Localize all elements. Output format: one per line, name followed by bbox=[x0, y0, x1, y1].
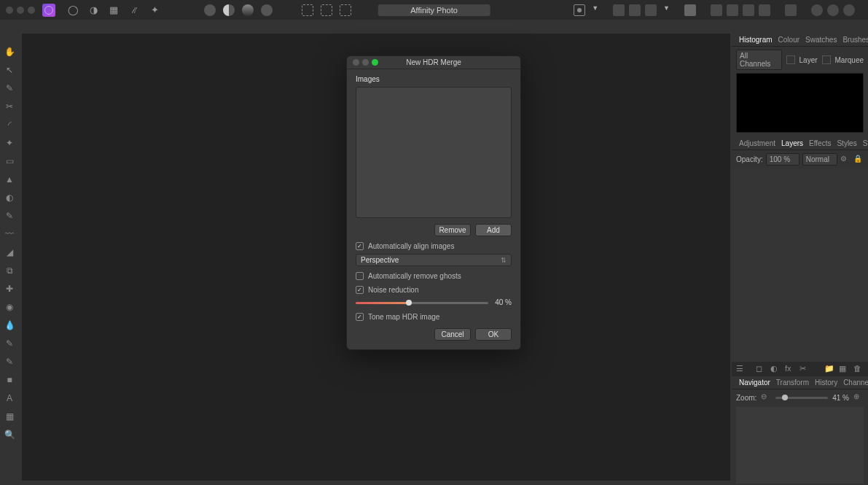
fx-icon[interactable]: fx bbox=[785, 364, 795, 374]
noise-checkbox[interactable] bbox=[356, 286, 364, 294]
dialog-maximize-icon[interactable] bbox=[372, 59, 378, 66]
mesh-tool-icon[interactable]: ▦ bbox=[3, 410, 16, 423]
align-checkbox[interactable] bbox=[356, 242, 364, 250]
sponge-tool-icon[interactable]: ✎ bbox=[3, 355, 16, 368]
dialog-close-icon[interactable] bbox=[353, 59, 359, 66]
snap2-icon[interactable] bbox=[629, 4, 641, 16]
liquify-persona-icon[interactable]: ◑ bbox=[87, 4, 99, 16]
heal-tool-icon[interactable]: ✚ bbox=[3, 282, 16, 295]
eraser-tool-icon[interactable]: ◢ bbox=[3, 246, 16, 259]
arrange-forward-icon[interactable] bbox=[743, 4, 754, 16]
zoom-slider[interactable] bbox=[775, 397, 828, 399]
selection-none-icon[interactable] bbox=[321, 4, 332, 16]
images-well[interactable] bbox=[356, 87, 512, 218]
arrange-backward-icon[interactable] bbox=[727, 4, 738, 16]
selection-invert-icon[interactable] bbox=[340, 4, 351, 16]
cancel-button[interactable]: Cancel bbox=[434, 328, 471, 341]
color-picker-tool-icon[interactable]: ✎ bbox=[3, 82, 16, 95]
layers-stack-icon[interactable]: ☰ bbox=[736, 364, 746, 374]
dropdown-arrow-icon[interactable]: ▼ bbox=[592, 4, 598, 16]
zoom-tool-icon[interactable]: 🔍 bbox=[3, 428, 16, 441]
marquee-tool-icon[interactable]: ▭ bbox=[3, 155, 16, 168]
align-icon[interactable] bbox=[785, 4, 797, 16]
noise-slider-thumb[interactable] bbox=[406, 300, 412, 306]
ok-button[interactable]: OK bbox=[475, 328, 512, 341]
burn-tool-icon[interactable]: ✎ bbox=[3, 337, 16, 350]
flood-tool-icon[interactable]: ▲ bbox=[3, 173, 16, 186]
channel-select[interactable]: All Channels bbox=[736, 50, 782, 70]
gradient-tool-icon[interactable]: ◐ bbox=[3, 191, 16, 204]
crop-layer-icon[interactable]: ✂ bbox=[799, 364, 810, 374]
adjustment-icon[interactable]: ◐ bbox=[770, 364, 781, 374]
tab-colour[interactable]: Colour bbox=[778, 36, 799, 44]
dialog-minimize-icon[interactable] bbox=[362, 59, 369, 66]
navigator-preview[interactable] bbox=[736, 407, 864, 484]
wand-tool-icon[interactable]: ✦ bbox=[3, 136, 16, 150]
tab-history[interactable]: History bbox=[815, 379, 837, 387]
mask-icon[interactable]: ◻ bbox=[756, 364, 766, 374]
tab-histogram[interactable]: Histogram bbox=[739, 36, 773, 44]
minimize-window-icon[interactable] bbox=[17, 7, 24, 14]
tab-channels[interactable]: Channels bbox=[843, 379, 868, 387]
move-tool-icon[interactable]: ↖ bbox=[3, 63, 16, 77]
zoom-in-icon[interactable]: ⊕ bbox=[853, 392, 864, 403]
lighting-icon[interactable] bbox=[204, 4, 216, 16]
add-layer-icon[interactable]: ▦ bbox=[839, 364, 849, 374]
help1-icon[interactable] bbox=[811, 4, 823, 16]
maximize-window-icon[interactable] bbox=[28, 7, 35, 14]
photo-persona-icon[interactable]: ◯ bbox=[67, 4, 79, 16]
brush-tool-icon[interactable]: ✎ bbox=[3, 209, 16, 222]
develop-persona-icon[interactable]: ▦ bbox=[108, 4, 120, 16]
folder-icon[interactable]: 📁 bbox=[824, 364, 834, 374]
dialog-titlebar[interactable]: New HDR Merge bbox=[347, 56, 520, 69]
add-button[interactable]: Add bbox=[475, 224, 512, 236]
crop-tool-icon[interactable]: ✂ bbox=[3, 100, 16, 113]
dodge-tool-icon[interactable]: 💧 bbox=[3, 319, 16, 332]
noise-slider[interactable]: 40 % bbox=[356, 298, 512, 307]
pen-tool-icon[interactable]: 〰 bbox=[3, 228, 16, 241]
assistant-icon[interactable] bbox=[684, 4, 696, 16]
tab-layers[interactable]: Layers bbox=[781, 139, 803, 147]
snap-icon[interactable] bbox=[613, 4, 625, 16]
layer-checkbox[interactable] bbox=[786, 55, 795, 64]
dropdown-arrow-icon[interactable]: ▼ bbox=[663, 4, 670, 16]
align-mode-select[interactable]: Perspective bbox=[356, 254, 512, 266]
gear-icon[interactable]: ⚙ bbox=[840, 155, 851, 165]
arrange-back-icon[interactable] bbox=[711, 4, 722, 16]
shape-tool-icon[interactable]: ■ bbox=[3, 373, 16, 387]
opacity-value[interactable]: 100 % bbox=[766, 153, 799, 166]
tab-styles[interactable]: Styles bbox=[837, 139, 856, 147]
zoom-slider-thumb[interactable] bbox=[782, 395, 788, 400]
blur-tool-icon[interactable]: ◉ bbox=[3, 300, 16, 314]
tab-stock[interactable]: Stock bbox=[863, 139, 868, 147]
gradient-icon[interactable] bbox=[242, 4, 254, 16]
arrange-front-icon[interactable] bbox=[759, 4, 770, 16]
blend-mode-select[interactable]: Normal bbox=[802, 153, 837, 166]
ghosts-checkbox[interactable] bbox=[356, 272, 364, 280]
snap3-icon[interactable] bbox=[645, 4, 657, 16]
contrast-icon[interactable] bbox=[223, 4, 235, 16]
text-tool-icon[interactable]: A bbox=[3, 392, 16, 405]
remove-button[interactable]: Remove bbox=[434, 224, 471, 236]
tonemap-checkbox[interactable] bbox=[356, 313, 364, 321]
lock-icon[interactable]: 🔒 bbox=[853, 155, 864, 165]
help2-icon[interactable] bbox=[827, 4, 839, 16]
fill-icon[interactable] bbox=[261, 4, 273, 16]
marquee-checkbox[interactable] bbox=[822, 55, 831, 64]
quick-mask-icon[interactable] bbox=[574, 4, 585, 16]
clone-tool-icon[interactable]: ⧉ bbox=[3, 264, 16, 277]
selection-brush-tool-icon[interactable]: ◜ bbox=[3, 118, 16, 131]
help3-icon[interactable] bbox=[843, 4, 855, 16]
tab-swatches[interactable]: Swatches bbox=[805, 36, 837, 44]
hand-tool-icon[interactable]: ✋ bbox=[3, 45, 16, 58]
tab-transform[interactable]: Transform bbox=[776, 379, 809, 387]
tab-adjustment[interactable]: Adjustment bbox=[739, 139, 775, 147]
layers-list[interactable] bbox=[732, 168, 868, 362]
tab-effects[interactable]: Effects bbox=[809, 139, 831, 147]
close-window-icon[interactable] bbox=[6, 7, 13, 14]
tab-navigator[interactable]: Navigator bbox=[739, 379, 770, 387]
zoom-out-icon[interactable]: ⊖ bbox=[761, 392, 771, 403]
tone-persona-icon[interactable]: ⫽ bbox=[128, 4, 140, 16]
selection-all-icon[interactable] bbox=[302, 4, 313, 16]
tab-brushes[interactable]: Brushes bbox=[842, 36, 868, 44]
